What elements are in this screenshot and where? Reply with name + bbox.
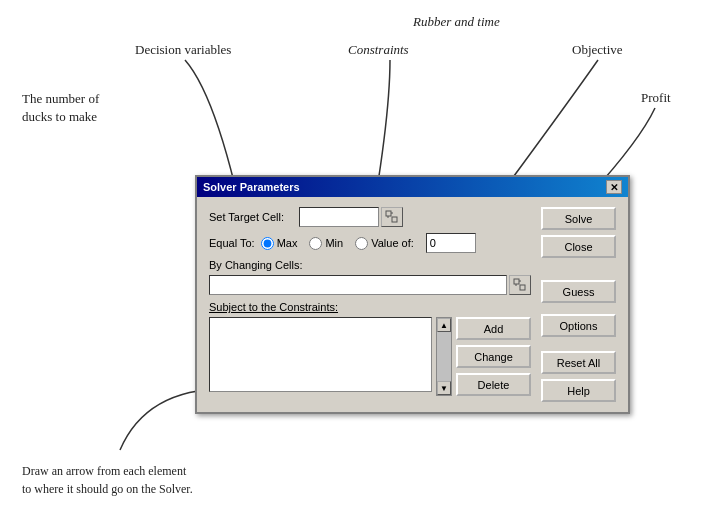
min-label: Min bbox=[325, 237, 343, 249]
options-button[interactable]: Options bbox=[541, 314, 616, 337]
objective-label: Objective bbox=[572, 42, 623, 58]
dialog-titlebar: Solver Parameters ✕ bbox=[197, 177, 628, 197]
value-of-label: Value of: bbox=[371, 237, 414, 249]
max-radio[interactable] bbox=[261, 237, 274, 250]
constraints-label: Constraints bbox=[348, 42, 409, 58]
by-changing-cells-label: By Changing Cells: bbox=[209, 259, 303, 271]
dialog-left-panel: Set Target Cell: Equal To: Max Min bbox=[209, 207, 531, 402]
set-target-label: Set Target Cell: bbox=[209, 211, 299, 223]
changing-cells-icon[interactable] bbox=[509, 275, 531, 295]
changing-cells-input-wrap bbox=[209, 275, 531, 295]
equal-to-row: Equal To: Max Min Value of: bbox=[209, 233, 531, 253]
help-button[interactable]: Help bbox=[541, 379, 616, 402]
scrollbar-down-btn[interactable]: ▼ bbox=[437, 381, 451, 395]
scrollbar-up-btn[interactable]: ▲ bbox=[437, 318, 451, 332]
equal-to-label: Equal To: bbox=[209, 237, 255, 249]
delete-button[interactable]: Delete bbox=[456, 373, 531, 396]
set-target-input[interactable] bbox=[299, 207, 379, 227]
guess-button[interactable]: Guess bbox=[541, 280, 616, 303]
constraints-section-label: Subject to the Constraints: bbox=[209, 301, 531, 313]
scrollbar-track bbox=[437, 332, 451, 381]
decision-variables-label: Decision variables bbox=[135, 42, 231, 58]
number-ducks-label: The number ofducks to make bbox=[22, 90, 99, 126]
close-icon[interactable]: ✕ bbox=[606, 180, 622, 194]
solver-dialog: Solver Parameters ✕ Set Target Cell: Equ… bbox=[195, 175, 630, 414]
spacer bbox=[541, 263, 616, 275]
constraints-scrollbar[interactable]: ▲ ▼ bbox=[436, 317, 452, 396]
draw-arrow-label: Draw an arrow from each elementto where … bbox=[22, 462, 193, 498]
constraints-box-wrap: ▲ ▼ bbox=[209, 317, 452, 396]
changing-cells-input[interactable] bbox=[209, 275, 507, 295]
dialog-title: Solver Parameters bbox=[203, 181, 300, 193]
min-radio[interactable] bbox=[309, 237, 322, 250]
close-dialog-button[interactable]: Close bbox=[541, 235, 616, 258]
reset-all-button[interactable]: Reset All bbox=[541, 351, 616, 374]
constraint-buttons: Add Change Delete bbox=[456, 317, 531, 396]
svg-rect-4 bbox=[514, 279, 519, 284]
max-label: Max bbox=[277, 237, 298, 249]
change-button[interactable]: Change bbox=[456, 345, 531, 368]
value-of-input[interactable] bbox=[426, 233, 476, 253]
constraints-section: Subject to the Constraints: ▲ ▼ Add Chan… bbox=[209, 301, 531, 396]
svg-rect-0 bbox=[386, 211, 391, 216]
constraints-box bbox=[209, 317, 432, 392]
equal-to-radio-group: Max Min Value of: bbox=[261, 233, 476, 253]
set-target-row: Set Target Cell: bbox=[209, 207, 531, 227]
dialog-right-panel: Solve Close Guess Options Reset All Help bbox=[541, 207, 616, 402]
svg-rect-1 bbox=[392, 217, 397, 222]
changing-cells-row: By Changing Cells: bbox=[209, 259, 531, 295]
svg-rect-5 bbox=[520, 285, 525, 290]
rubber-time-label: Rubber and time bbox=[413, 14, 500, 30]
value-of-radio-item[interactable]: Value of: bbox=[355, 237, 414, 250]
profit-label: Profit bbox=[641, 90, 671, 106]
solve-button[interactable]: Solve bbox=[541, 207, 616, 230]
value-of-radio[interactable] bbox=[355, 237, 368, 250]
min-radio-item[interactable]: Min bbox=[309, 237, 343, 250]
add-button[interactable]: Add bbox=[456, 317, 531, 340]
max-radio-item[interactable]: Max bbox=[261, 237, 298, 250]
spacer3 bbox=[541, 342, 616, 346]
dialog-body: Set Target Cell: Equal To: Max Min bbox=[197, 197, 628, 412]
spacer2 bbox=[541, 308, 616, 309]
set-target-icon[interactable] bbox=[381, 207, 403, 227]
